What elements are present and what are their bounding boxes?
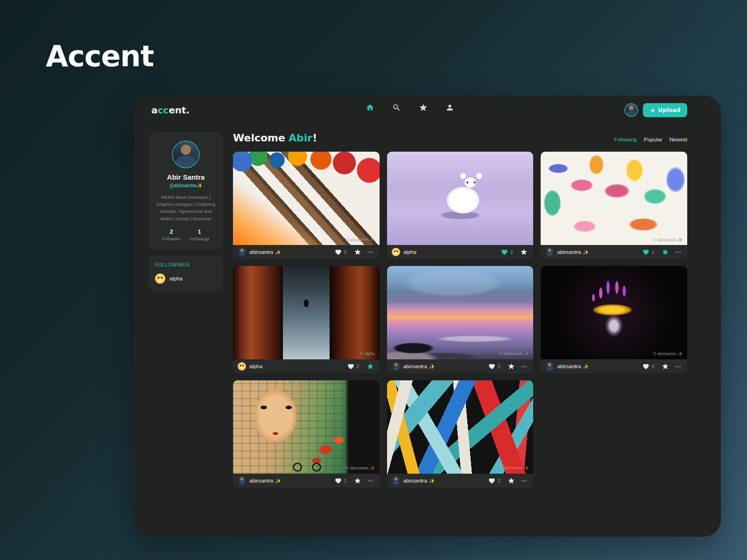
main-head: WelcomeAbir! FollowingPopularNewest [233, 132, 687, 144]
sparkle-icon: ✨ [583, 364, 588, 369]
photo-card[interactable]: alpha 2 [387, 152, 534, 259]
more-menu-button[interactable] [367, 249, 374, 256]
save-button[interactable] [507, 477, 515, 484]
like-count: 0 [498, 364, 501, 369]
photo-grid: © abirsantra ✨ abirsantra ✨ 0 alpha 2 [233, 152, 687, 488]
author-name[interactable]: abirsantra [557, 364, 581, 369]
more-menu-button[interactable] [521, 477, 528, 484]
save-button[interactable] [662, 363, 669, 370]
header-right: + Upload [625, 103, 687, 117]
followers-stat[interactable]: 2 Followers [162, 229, 181, 241]
photo-arctic-fox[interactable] [387, 152, 534, 245]
like-button[interactable] [488, 363, 495, 370]
profile-bio: MERN Stack Developer | Graphics Designer… [154, 194, 218, 222]
save-button[interactable] [507, 363, 515, 370]
upload-button[interactable]: + Upload [643, 103, 687, 117]
author-avatar[interactable] [392, 248, 400, 256]
more-menu-button[interactable] [675, 249, 682, 256]
photo-graffiti-face[interactable]: © abirsantra ✨ [233, 380, 380, 474]
like-button[interactable] [488, 477, 495, 484]
photo-card[interactable]: © abirsantra ✨ abirsantra ✨ 1 [541, 152, 687, 259]
photo-card[interactable]: © abirsantra ✨ abirsantra ✨ 2 [387, 380, 534, 488]
card-footer: abirsantra ✨ 0 [541, 359, 687, 373]
like-button[interactable] [335, 477, 342, 484]
sparkle-icon: ✨ [429, 364, 435, 369]
more-menu-button[interactable] [367, 477, 374, 484]
sparkle-icon: ✨ [275, 478, 281, 483]
more-menu-button[interactable] [521, 363, 528, 370]
like-button[interactable] [642, 363, 649, 370]
author-avatar[interactable] [238, 248, 246, 256]
app-header: accent. + Upload [134, 96, 721, 118]
followers-count: 2 [162, 229, 181, 235]
author-avatar[interactable] [238, 476, 246, 485]
like-button[interactable] [335, 249, 342, 256]
like-count: 2 [510, 250, 514, 255]
nav-star-button[interactable] [419, 103, 428, 112]
photo-beach-sunset[interactable]: © abirsantra ✨ [387, 266, 534, 359]
profile-avatar[interactable] [173, 141, 199, 168]
page: { "page": { "background_title": "Accent"… [0, 0, 747, 560]
photo-card[interactable]: © abirsantra ✨ abirsantra ✨ 0 [387, 266, 534, 373]
filter-popular[interactable]: Popular [644, 137, 662, 142]
author-name[interactable]: abirsantra [557, 249, 581, 255]
save-button[interactable] [520, 248, 528, 256]
followers-label: Followers [162, 237, 181, 241]
main-nav [366, 103, 454, 112]
author-name[interactable]: alpha [249, 364, 262, 369]
author-name[interactable]: alpha [403, 249, 416, 255]
card-footer: abirsantra ✨ 1 [233, 474, 380, 488]
card-footer: abirsantra ✨ 0 [387, 359, 534, 373]
followings-stat[interactable]: 1 Followings [190, 229, 210, 241]
nav-profile-button[interactable] [445, 103, 454, 112]
photo-watermark: © abirsantra ✨ [345, 466, 375, 470]
save-button[interactable] [366, 363, 374, 370]
author-avatar[interactable] [392, 476, 400, 485]
photo-paintbrushes[interactable]: © abirsantra ✨ [233, 152, 380, 245]
like-button[interactable] [642, 249, 649, 256]
like-count: 2 [498, 478, 501, 483]
photo-paint-splash[interactable]: © abirsantra ✨ [541, 152, 687, 245]
photo-crystal-hand[interactable]: © abirsantra ✨ [541, 266, 687, 359]
welcome-heading: WelcomeAbir! [233, 132, 317, 144]
save-button[interactable] [662, 248, 669, 256]
card-actions: 0 [488, 363, 528, 370]
app-logo[interactable]: accent. [151, 105, 190, 116]
photo-watermark: © abirsantra ✨ [499, 466, 529, 470]
save-button[interactable] [354, 477, 361, 484]
photo-geometric-mural[interactable]: © abirsantra ✨ [387, 380, 534, 474]
nav-home-button[interactable] [366, 103, 374, 112]
photo-watermark: © abirsantra ✨ [653, 237, 683, 242]
filter-following[interactable]: Following [614, 137, 637, 142]
profile-name: Abir Santra [154, 173, 218, 181]
author-avatar[interactable] [545, 248, 554, 256]
card-actions: 0 [335, 248, 374, 256]
card-actions: 2 [347, 363, 374, 370]
save-button[interactable] [354, 248, 361, 256]
author-name[interactable]: abirsantra [403, 364, 427, 369]
user-avatar[interactable] [625, 104, 637, 116]
author-avatar[interactable] [238, 362, 246, 371]
photo-card[interactable]: © abirsantra ✨ abirsantra ✨ 0 [541, 266, 687, 373]
card-actions: 2 [501, 248, 528, 256]
photo-escalator[interactable]: © alpha [233, 266, 380, 359]
author-name[interactable]: abirsantra [249, 478, 273, 483]
photo-card[interactable]: © abirsantra ✨ abirsantra ✨ 1 [233, 380, 380, 488]
like-count: 2 [357, 364, 360, 369]
nav-search-button[interactable] [392, 103, 401, 112]
photo-card[interactable]: © abirsantra ✨ abirsantra ✨ 0 [233, 152, 380, 259]
photo-card[interactable]: © alpha alpha 2 [233, 266, 380, 373]
author-name[interactable]: abirsantra [403, 478, 427, 483]
more-menu-button[interactable] [675, 363, 682, 370]
content: Abir Santra @abirsantra ✨ MERN Stack Dev… [134, 118, 721, 537]
filter-newest[interactable]: Newest [669, 137, 687, 142]
like-button[interactable] [347, 363, 354, 370]
author-name[interactable]: abirsantra [249, 249, 273, 255]
like-count: 1 [344, 478, 348, 483]
photo-watermark: © abirsantra ✨ [345, 237, 375, 242]
like-button[interactable] [501, 249, 508, 256]
author-avatar[interactable] [392, 362, 400, 371]
upload-label: Upload [658, 107, 680, 113]
following-user-alpha[interactable]: alpha [155, 273, 217, 284]
author-avatar[interactable] [545, 362, 554, 371]
